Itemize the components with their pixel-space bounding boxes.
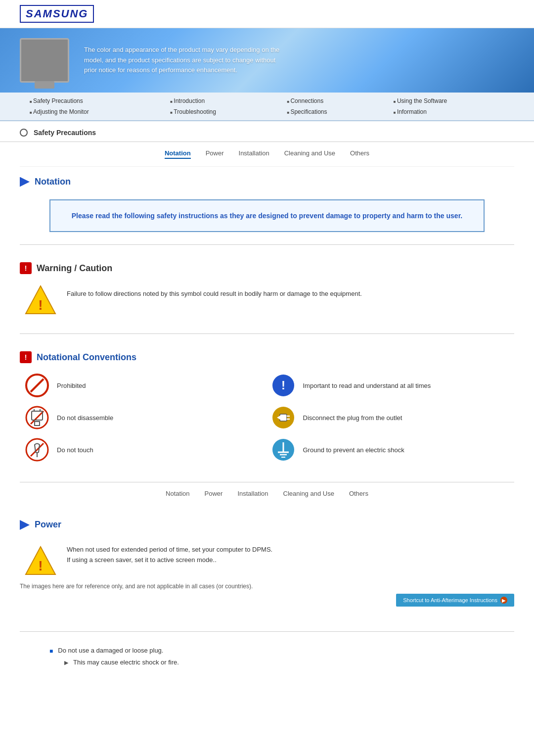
tab-notation[interactable]: Notation [165, 149, 191, 159]
warning-icon: ! [20, 262, 32, 274]
conventions-title: ! Notational Conventions [20, 351, 514, 363]
warning-triangle-icon: ! [25, 284, 57, 316]
bottom-tab-navigation: Notation Power Installation Cleaning and… [20, 482, 514, 505]
ground-icon [271, 437, 296, 462]
bullet-icon-1: ■ [49, 648, 53, 655]
important-icon: ! [271, 373, 296, 398]
divider-1 [20, 244, 514, 245]
btab-notation[interactable]: Notation [166, 490, 189, 497]
tab-cleaning[interactable]: Cleaning and Use [284, 149, 335, 159]
disassemble-icon [25, 405, 49, 430]
btab-others[interactable]: Others [349, 490, 368, 497]
warning-section: ! Warning / Caution ! Failure to follow … [20, 252, 514, 326]
touch-icon [25, 437, 49, 462]
notation-info-text: Please read the following safety instruc… [65, 210, 469, 221]
nav-information[interactable]: Information [384, 106, 514, 117]
bullet-item-1: ■ Do not use a damaged or loose plug. [49, 647, 485, 655]
nav-specifications[interactable]: Specifications [277, 106, 383, 117]
banner-text: The color and appearance of the product … [84, 45, 282, 76]
monitor-image [20, 38, 69, 83]
svg-line-3 [31, 379, 44, 392]
notation-info-box: Please read the following safety instruc… [49, 199, 485, 232]
warning-heading: Warning / Caution [37, 263, 112, 274]
banner: The color and appearance of the product … [0, 28, 534, 93]
shortcut-button[interactable]: Shortcut to Anti-Afterimage Instructions… [396, 594, 514, 607]
divider-3 [20, 631, 514, 632]
prohibited-label: Prohibited [57, 382, 86, 389]
nav-software[interactable]: Using the Software [384, 95, 514, 106]
prohibited-icon [25, 373, 49, 398]
tab-power[interactable]: Power [206, 149, 224, 159]
samsung-logo: SAMSUNG [20, 5, 94, 23]
breadcrumb-label: Safety Precautions [34, 129, 96, 137]
conventions-icon: ! [20, 351, 32, 363]
btab-power[interactable]: Power [205, 490, 223, 497]
tab-navigation: Notation Power Installation Cleaning and… [20, 142, 514, 167]
convention-disconnect: Disconnect the plug from the outlet [271, 405, 510, 430]
nav-table: Safety Precautions Introduction Connecti… [20, 95, 514, 117]
warning-text: Failure to follow directions noted by th… [67, 284, 362, 299]
divider-2 [20, 333, 514, 334]
tab-others[interactable]: Others [350, 149, 369, 159]
bullet-text-1: Do not use a damaged or loose plug. [58, 647, 163, 654]
power-arrow-icon [20, 520, 30, 530]
power-section-header: Power [20, 510, 514, 535]
convention-prohibited: Prohibited [25, 373, 264, 398]
svg-text:!: ! [38, 558, 43, 573]
ground-label: Ground to prevent an electric shock [303, 446, 404, 454]
conventions-section: ! Notational Conventions Prohibited [20, 341, 514, 472]
svg-text:!: ! [281, 378, 285, 392]
sub-bullet-text-1: This may cause electric shock or fire. [73, 659, 179, 666]
sub-arrow-icon: ▶ [64, 660, 68, 666]
shortcut-arrow-icon: ▶ [500, 597, 507, 604]
nav-safety[interactable]: Safety Precautions [20, 95, 160, 106]
nav-troubleshooting[interactable]: Troubleshooting [160, 106, 277, 117]
power-title: Power [35, 520, 61, 530]
bullet-list: ■ Do not use a damaged or loose plug. ▶ … [20, 639, 514, 676]
shortcut-label: Shortcut to Anti-Afterimage Instructions [403, 597, 497, 603]
notation-section-header: Notation [20, 167, 514, 192]
power-body: ! When not used for extended period of t… [20, 545, 514, 577]
svg-rect-11 [35, 422, 40, 425]
main-content: Notation Please read the following safet… [0, 167, 534, 472]
svg-text:!: ! [38, 297, 43, 313]
tab-installation[interactable]: Installation [239, 149, 269, 159]
power-content: Power ! When not used for extended perio… [0, 505, 534, 676]
breadcrumb-icon [20, 129, 28, 137]
navigation-bar: Safety Precautions Introduction Connecti… [0, 93, 534, 121]
warning-title: ! Warning / Caution [20, 262, 514, 274]
warning-body: ! Failure to follow directions noted by … [20, 284, 514, 316]
conventions-heading: Notational Conventions [37, 352, 136, 363]
svg-line-7 [31, 411, 44, 424]
convention-disassemble: Do not disassemble [25, 405, 264, 430]
power-warning-icon: ! [25, 545, 57, 577]
power-warning-text: When not used for extended period of tim… [67, 545, 272, 566]
nav-adjusting[interactable]: Adjusting the Monitor [20, 106, 160, 117]
conventions-grid: Prohibited ! Important to read and under… [20, 373, 514, 462]
notation-arrow-icon [20, 177, 30, 187]
notation-title: Notation [35, 177, 71, 187]
convention-ground: Ground to prevent an electric shock [271, 437, 510, 462]
page-header: SAMSUNG [0, 0, 534, 28]
reference-text: The images here are for reference only, … [20, 583, 514, 590]
sub-bullet-1: ▶ This may cause electric shock or fire. [64, 659, 485, 666]
svg-rect-8 [32, 411, 43, 420]
nav-connections[interactable]: Connections [277, 95, 383, 106]
breadcrumb: Safety Precautions [0, 121, 534, 142]
btab-installation[interactable]: Installation [237, 490, 268, 497]
touch-label: Do not touch [57, 446, 93, 454]
btab-cleaning[interactable]: Cleaning and Use [283, 490, 334, 497]
convention-touch: Do not touch [25, 437, 264, 462]
nav-introduction[interactable]: Introduction [160, 95, 277, 106]
power-section: ! When not used for extended period of t… [20, 535, 514, 624]
important-label: Important to read and understand at all … [303, 382, 431, 389]
disconnect-label: Disconnect the plug from the outlet [303, 414, 402, 422]
disassemble-label: Do not disassemble [57, 414, 113, 422]
disconnect-icon [271, 405, 296, 430]
convention-important: ! Important to read and understand at al… [271, 373, 510, 398]
